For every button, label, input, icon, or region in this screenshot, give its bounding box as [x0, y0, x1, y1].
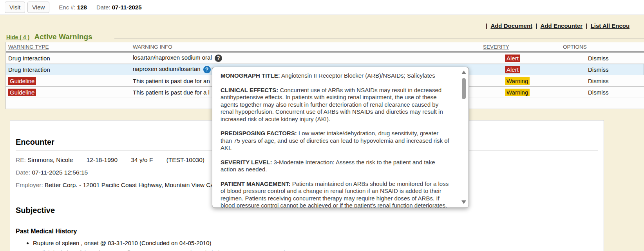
section-label: SEVERITY LEVEL: — [221, 159, 272, 166]
dismiss-link[interactable]: Dismiss — [588, 78, 609, 84]
pmh-list: Rupture of spleen , onset @ 03-31-2010 (… — [16, 240, 598, 251]
severity-badge: Warning — [505, 89, 530, 96]
severity-badge: Alert — [505, 55, 520, 62]
table-row: Drug Interaction losartan/naproxen sodiu… — [6, 53, 644, 64]
hide-warnings-link[interactable]: Hide ( 4 ) — [6, 34, 29, 40]
fieldset-line — [114, 38, 644, 39]
monograph-section: SEVERITY LEVEL: 3-Moderate Interaction: … — [221, 159, 450, 173]
header-nav-links: | Add Document | Add Encounter | List Al… — [486, 22, 631, 29]
sort-warning-type[interactable]: WARNING TYPE — [8, 44, 133, 50]
patient-name: Simmons, Nicole — [27, 156, 73, 163]
enc-value: 128 — [77, 4, 87, 11]
monograph-section: PREDISPOSING FACTORS: Low water intake/d… — [221, 130, 450, 152]
patient-age-sex: 34 y/o F — [131, 156, 153, 163]
divider — [16, 219, 598, 219]
list-item: Radial deviation of the wrist , onset @ … — [33, 249, 598, 251]
date-label: Date: — [96, 4, 110, 11]
monograph-section: MONOGRAPH TITLE: Angiotensin II Receptor… — [221, 72, 450, 80]
warning-type: Drug Interaction — [8, 66, 133, 73]
sort-severity[interactable]: SEVERITY — [483, 44, 563, 50]
separator: | — [486, 22, 487, 29]
active-warnings-header: Hide ( 4 ) Active Warnings — [6, 33, 92, 41]
section-label: PREDISPOSING FACTORS: — [221, 130, 297, 136]
section-label: CLINICAL EFFECTS: — [221, 87, 278, 93]
monograph-popup: MONOGRAPH TITLE: Angiotensin II Receptor… — [212, 67, 469, 208]
section-label: MONOGRAPH TITLE: — [221, 72, 280, 79]
list-all-encounters-link[interactable]: List All Encou — [591, 22, 630, 29]
list-item: Rupture of spleen , onset @ 03-31-2010 (… — [33, 240, 598, 246]
add-encounter-link[interactable]: Add Encounter — [541, 22, 583, 29]
separator: | — [535, 22, 537, 29]
date-value: 07-11-2025 — [112, 4, 142, 11]
help-icon-monograph[interactable]: ? — [203, 66, 211, 73]
section-text: Angiotensin II Receptor Blocker (ARB)/NS… — [280, 72, 435, 79]
visit-button[interactable]: Visit — [5, 2, 25, 13]
warning-info: losartan/naproxen sodium oral? — [133, 54, 483, 62]
warning-info-text: naproxen sodium/losartan — [133, 65, 201, 72]
monograph-section: PATIENT MANAGEMENT: Patients maintained … — [221, 180, 450, 208]
monograph-section: CLINICAL EFFECTS: Concurrent use of ARBs… — [221, 87, 450, 123]
warning-info-text: This patient is past due for an — [133, 78, 210, 84]
view-button[interactable]: View — [27, 2, 49, 13]
date-label: Date: — [16, 169, 30, 176]
encounter-number: Enc #:128 — [59, 4, 87, 11]
re-label: RE: — [16, 156, 26, 163]
severity-badge: Alert — [505, 66, 520, 73]
warning-type-badge: Guideline — [8, 89, 36, 96]
past-medical-history-title: Past Medical History — [16, 228, 598, 235]
separator: | — [586, 22, 587, 29]
section-label: PATIENT MANAGEMENT: — [221, 180, 291, 187]
warning-info-text: This patient is past due for a l — [133, 89, 210, 96]
employer-label: Employer: — [16, 182, 43, 188]
employer-value: Better Corp. - 12001 Pacific Coast Highw… — [45, 182, 215, 188]
warning-type-badge: Guideline — [8, 77, 36, 85]
encounter-datetime: 07-11-2025 12:56:15 — [32, 169, 88, 176]
patient-id: (TEST-10030) — [166, 156, 204, 163]
top-toolbar: Visit View Enc #:128 Date:07-11-2025 — [0, 0, 644, 15]
enc-label: Enc #: — [59, 4, 76, 11]
column-options: OPTIONS — [563, 44, 644, 50]
patient-dob: 12-18-1990 — [87, 156, 118, 163]
dismiss-link[interactable]: Dismiss — [588, 66, 609, 73]
warning-type: Drug Interaction — [8, 55, 133, 62]
encounter-date: Date:07-11-2025 — [96, 4, 142, 11]
warning-info-text: losartan/naproxen sodium oral — [133, 54, 212, 61]
warnings-table-header: WARNING TYPE WARNING INFO SEVERITY OPTIO… — [6, 42, 644, 53]
scrollbar-thumb[interactable] — [462, 78, 466, 99]
scroll-up-arrow-icon[interactable] — [461, 71, 466, 74]
active-warnings-title: Active Warnings — [34, 33, 92, 41]
severity-badge: Warning — [505, 77, 530, 85]
help-icon[interactable]: ? — [215, 55, 222, 62]
scroll-down-arrow-icon[interactable] — [461, 200, 466, 204]
dismiss-link[interactable]: Dismiss — [588, 89, 609, 96]
popup-scrollbar[interactable] — [461, 69, 467, 206]
add-document-link[interactable]: Add Document — [490, 22, 532, 29]
column-warning-info: WARNING INFO — [133, 44, 483, 50]
dismiss-link[interactable]: Dismiss — [588, 55, 609, 62]
